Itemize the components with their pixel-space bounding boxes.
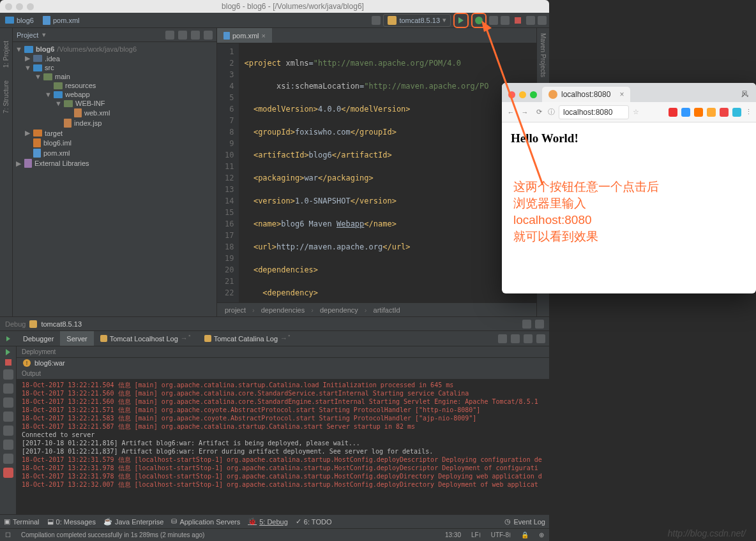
- tomcat-icon: [388, 16, 397, 25]
- close-dot[interactable]: [5, 3, 12, 10]
- target-icon[interactable]: [165, 31, 174, 40]
- line-sep[interactable]: LF⁞: [471, 531, 481, 538]
- resume-icon[interactable]: [6, 349, 10, 355]
- folder-icon: [5, 17, 14, 24]
- hide-icon[interactable]: [204, 31, 213, 40]
- settings-icon[interactable]: [526, 16, 535, 25]
- debug-config: tomcat8.5.13: [41, 320, 82, 328]
- mute-bp-icon[interactable]: [3, 397, 13, 408]
- rerun-icon[interactable]: [6, 336, 10, 341]
- project-tree[interactable]: ▼ blog6 /Volumes/work/java/blog6 ▶ .idea…: [13, 42, 216, 171]
- step-icon[interactable]: [536, 334, 545, 343]
- gear-icon[interactable]: [522, 320, 531, 329]
- stop-icon[interactable]: [5, 359, 11, 366]
- step-icon[interactable]: [524, 334, 533, 343]
- ext-icon[interactable]: [707, 108, 716, 117]
- ext-icon[interactable]: [694, 108, 703, 117]
- toolbar-file[interactable]: pom.xml: [40, 15, 82, 26]
- run-config-dropdown[interactable]: tomcat8.5.13 ▾: [383, 14, 451, 27]
- editor-tab-pom[interactable]: pom.xml ×: [217, 28, 272, 43]
- tab-terminal[interactable]: ▣ Terminal: [4, 517, 40, 526]
- collapse-icon[interactable]: [178, 31, 187, 40]
- encoding[interactable]: UTF-8⁞: [491, 531, 511, 538]
- tab-messages[interactable]: ⬓ 0: Messages: [47, 517, 96, 526]
- zoom-dot[interactable]: [27, 3, 34, 10]
- more3-icon[interactable]: [3, 454, 13, 464]
- view-bp-icon[interactable]: [3, 383, 13, 394]
- pause-icon[interactable]: [3, 369, 13, 380]
- tab-debug[interactable]: 🐞 5: Debug: [248, 517, 288, 526]
- chevron-down-icon: ▾: [442, 16, 446, 24]
- browser-min[interactable]: [519, 91, 526, 98]
- close-icon[interactable]: ×: [619, 90, 624, 99]
- favicon-icon: [548, 90, 557, 99]
- menu-icon[interactable]: ⋮: [745, 108, 752, 117]
- tab-todo[interactable]: ✓ 6: TODO: [296, 517, 332, 526]
- breadcrumb: project› dependencies› dependency› artif…: [217, 302, 536, 316]
- maven-tool[interactable]: Maven Projects: [540, 33, 547, 77]
- tab-localhost-log[interactable]: Tomcat Localhost Log→˟: [94, 331, 198, 346]
- artifact-row[interactable]: ! blog6:war: [17, 358, 549, 368]
- run-config-name: tomcat8.5.13: [399, 17, 440, 24]
- deploy-fail-icon[interactable]: [3, 468, 13, 478]
- toolbar-project[interactable]: blog6: [3, 15, 36, 26]
- tab-appservers[interactable]: ⛁ Application Servers: [171, 517, 240, 526]
- maven-icon: [43, 16, 50, 25]
- stop-button[interactable]: [512, 15, 524, 26]
- gear-icon[interactable]: [191, 31, 200, 40]
- tab-debugger[interactable]: Debugger: [17, 331, 60, 346]
- address-bar[interactable]: localhost:8080: [559, 105, 629, 119]
- browser-tab[interactable]: localhost:8080 ×: [542, 87, 630, 102]
- layout-icon[interactable]: [3, 411, 13, 422]
- event-log[interactable]: ◷ Event Log: [504, 517, 545, 526]
- debug-sidebar: [0, 346, 17, 514]
- structure-tool[interactable]: 7: Structure: [3, 80, 10, 114]
- ext-icon[interactable]: [720, 108, 729, 117]
- editor-area: pom.xml × 123456789101112131415161718192…: [217, 28, 536, 316]
- run-highlight: [453, 13, 469, 28]
- tab-server[interactable]: Server: [60, 331, 93, 346]
- project-name: blog6: [17, 17, 34, 24]
- minimize-dot[interactable]: [16, 3, 23, 10]
- browser-max[interactable]: [530, 91, 537, 98]
- run-button[interactable]: [455, 15, 467, 26]
- ext-icon[interactable]: [732, 108, 741, 117]
- browser-close[interactable]: [508, 91, 515, 98]
- status-message: Compilation completed successfully in 1s…: [21, 531, 204, 538]
- more-icon[interactable]: [3, 426, 13, 436]
- panel-title: Project: [17, 31, 38, 39]
- tab-javaee[interactable]: ☕ Java Enterprise: [103, 517, 163, 526]
- reload-icon[interactable]: ⟳: [534, 107, 544, 117]
- tab-catalina-log[interactable]: Tomcat Catalina Log→˟: [198, 331, 298, 346]
- bottom-toolbar: ▣ Terminal ⬓ 0: Messages ☕ Java Enterpri…: [0, 514, 549, 528]
- console-output[interactable]: 18-Oct-2017 13:22:21.504 信息 [main] org.a…: [17, 380, 549, 514]
- cursor-pos: 13:30: [445, 531, 461, 538]
- build-icon[interactable]: [372, 16, 381, 25]
- output-header: Output: [17, 368, 549, 380]
- forward-icon[interactable]: →: [520, 107, 530, 117]
- window-titlebar: blog6 - blog6 - [/Volumes/work/java/blog…: [0, 0, 549, 13]
- close-tab-icon[interactable]: ×: [262, 32, 266, 40]
- step-icon[interactable]: [498, 334, 507, 343]
- back-icon[interactable]: ←: [506, 107, 516, 117]
- annotation-text: 这两个按钮任意一个点击后 浏览器里输入 localhost:8080 就可以看到…: [513, 179, 750, 245]
- ext-icon[interactable]: [669, 108, 677, 117]
- line-gutter: 12345678910111213141516171819202122: [217, 43, 239, 302]
- coverage-icon[interactable]: [489, 16, 498, 25]
- step-icon[interactable]: [511, 334, 520, 343]
- code-editor[interactable]: <project xmlns="http://maven.apache.org/…: [239, 43, 536, 302]
- search-icon[interactable]: [538, 16, 547, 25]
- attach-icon[interactable]: [501, 16, 510, 25]
- more2-icon[interactable]: [3, 440, 13, 450]
- hide-icon[interactable]: [535, 320, 544, 329]
- chevron-down-icon[interactable]: ▾: [42, 31, 46, 39]
- main-toolbar: blog6 pom.xml tomcat8.5.13 ▾: [0, 13, 549, 28]
- project-tool[interactable]: 1: Project: [3, 41, 10, 68]
- debug-button[interactable]: [473, 15, 485, 26]
- browser-profile[interactable]: 风: [737, 86, 752, 102]
- ext-icon[interactable]: [681, 108, 690, 117]
- status-bar: ☐ Compilation completed successfully in …: [0, 528, 549, 541]
- maven-icon: [223, 32, 230, 40]
- tomcat-icon: [29, 320, 37, 328]
- open-file: pom.xml: [53, 17, 80, 24]
